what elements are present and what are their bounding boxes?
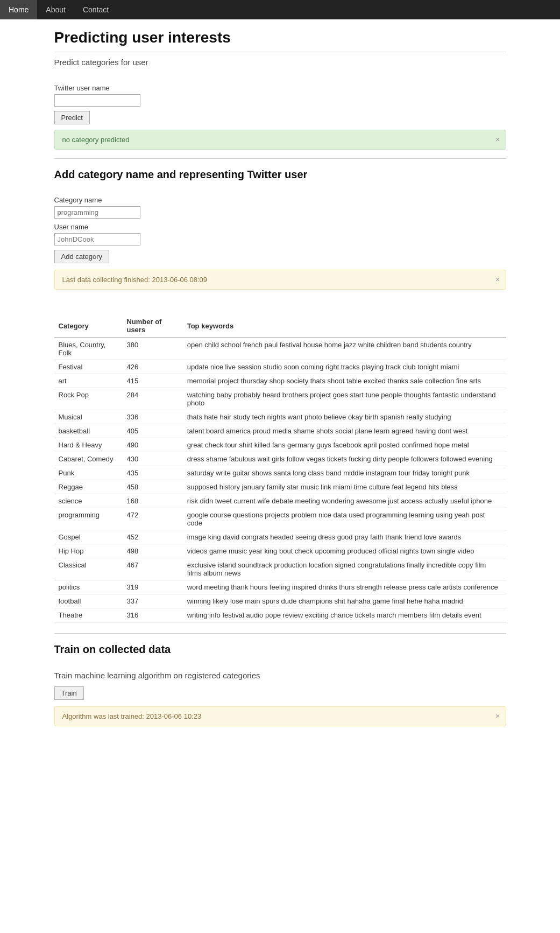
- table-body: Blues, Country, Folk380open child school…: [54, 338, 506, 622]
- add-category-alert-text: Last data collecting finished: 2013-06-0…: [62, 276, 208, 284]
- table-row: Cabaret, Comedy430dress shame fabulous w…: [54, 452, 506, 466]
- cell-users: 319: [122, 580, 182, 594]
- cell-category: Gospel: [54, 530, 123, 544]
- cell-users: 472: [122, 508, 182, 530]
- table-row: Classical467exclusive island soundtrack …: [54, 558, 506, 580]
- col-category: Category: [54, 314, 123, 338]
- add-category-alert: Last data collecting finished: 2013-06-0…: [54, 270, 506, 290]
- cell-keywords: dress shame fabulous wait girls follow v…: [183, 452, 506, 466]
- cell-keywords: google course questions projects problem…: [183, 508, 506, 530]
- table-row: football337winning likely lose main spur…: [54, 594, 506, 608]
- cell-category: Rock Pop: [54, 388, 123, 410]
- navigation: Home About Contact: [0, 0, 560, 19]
- page-content: Predicting user interests Predict catego…: [49, 19, 512, 740]
- cell-keywords: memorial project thursday shop society t…: [183, 374, 506, 388]
- cell-keywords: winning likely lose main spurs dude cham…: [183, 594, 506, 608]
- cell-users: 405: [122, 424, 182, 438]
- table-row: basketball405talent board america proud …: [54, 424, 506, 438]
- categories-table: Category Number of users Top keywords Bl…: [54, 314, 506, 622]
- train-subtitle: Train machine learning algorithm on regi…: [54, 671, 506, 680]
- cell-category: Musical: [54, 410, 123, 424]
- col-keywords: Top keywords: [183, 314, 506, 338]
- cell-category: Festival: [54, 360, 123, 374]
- train-title: Train on collected data: [54, 643, 506, 656]
- nav-about[interactable]: About: [37, 0, 74, 19]
- add-category-alert-close[interactable]: ×: [495, 275, 500, 284]
- username-input[interactable]: [54, 233, 140, 245]
- cell-keywords: open child school french paul festival h…: [183, 338, 506, 360]
- category-name-input[interactable]: [54, 206, 140, 219]
- cell-users: 415: [122, 374, 182, 388]
- cell-category: politics: [54, 580, 123, 594]
- predict-alert-text: no category predicted: [62, 136, 130, 144]
- cell-keywords: image king david congrats headed seeing …: [183, 530, 506, 544]
- cell-keywords: supposed history january family star mus…: [183, 480, 506, 494]
- table-row: Gospel452image king david congrats heade…: [54, 530, 506, 544]
- nav-home[interactable]: Home: [0, 0, 37, 19]
- cell-category: Theatre: [54, 608, 123, 622]
- cell-keywords: saturday write guitar shows santa long c…: [183, 466, 506, 480]
- username-label: User name: [54, 223, 506, 231]
- cell-users: 316: [122, 608, 182, 622]
- train-alert: Algorithm was last trained: 2013-06-06 1…: [54, 706, 506, 726]
- cell-category: programming: [54, 508, 123, 530]
- predict-subtitle: Predict categories for user: [54, 58, 506, 67]
- table-row: Theatre316writing info festival audio po…: [54, 608, 506, 622]
- cell-users: 458: [122, 480, 182, 494]
- add-category-section: Add category name and representing Twitt…: [54, 158, 506, 290]
- table-row: Reggae458supposed history january family…: [54, 480, 506, 494]
- cell-keywords: risk didn tweet current wife debate meet…: [183, 494, 506, 508]
- cell-users: 336: [122, 410, 182, 424]
- page-title: Predicting user interests: [54, 29, 506, 46]
- cell-keywords: writing info festival audio pope review …: [183, 608, 506, 622]
- cell-category: football: [54, 594, 123, 608]
- cell-keywords: exclusive island soundtrack production l…: [183, 558, 506, 580]
- predict-alert-close[interactable]: ×: [495, 135, 500, 144]
- cell-users: 337: [122, 594, 182, 608]
- cell-keywords: watching baby probably heard brothers pr…: [183, 388, 506, 410]
- category-name-label: Category name: [54, 196, 506, 204]
- train-button[interactable]: Train: [54, 686, 84, 700]
- twitter-input[interactable]: [54, 94, 140, 107]
- add-category-button[interactable]: Add category: [54, 250, 110, 263]
- cell-users: 490: [122, 438, 182, 452]
- cell-users: 452: [122, 530, 182, 544]
- predict-section: Predict categories for user Twitter user…: [54, 52, 506, 150]
- cell-users: 284: [122, 388, 182, 410]
- cell-keywords: thats hate hair study tech nights want p…: [183, 410, 506, 424]
- table-row: programming472google course questions pr…: [54, 508, 506, 530]
- table-row: Hip Hop498videos game music year king bo…: [54, 544, 506, 558]
- cell-category: Reggae: [54, 480, 123, 494]
- predict-alert: no category predicted ×: [54, 130, 506, 150]
- table-row: Hard & Heavy490great check tour shirt ki…: [54, 438, 506, 452]
- col-users: Number of users: [122, 314, 182, 338]
- cell-users: 467: [122, 558, 182, 580]
- train-alert-text: Algorithm was last trained: 2013-06-06 1…: [62, 712, 202, 720]
- cell-keywords: videos game music year king bout check u…: [183, 544, 506, 558]
- cell-category: Hip Hop: [54, 544, 123, 558]
- cell-users: 435: [122, 466, 182, 480]
- table-row: Punk435saturday write guitar shows santa…: [54, 466, 506, 480]
- cell-users: 498: [122, 544, 182, 558]
- cell-category: science: [54, 494, 123, 508]
- table-row: art415memorial project thursday shop soc…: [54, 374, 506, 388]
- add-category-title: Add category name and representing Twitt…: [54, 169, 506, 181]
- cell-keywords: update nice live session studio soon com…: [183, 360, 506, 374]
- cell-keywords: talent board america proud media shame s…: [183, 424, 506, 438]
- cell-category: Hard & Heavy: [54, 438, 123, 452]
- cell-category: basketball: [54, 424, 123, 438]
- nav-contact[interactable]: Contact: [74, 0, 117, 19]
- table-row: science168risk didn tweet current wife d…: [54, 494, 506, 508]
- cell-keywords: word meeting thank hours feeling inspire…: [183, 580, 506, 594]
- cell-keywords: great check tour shirt killed fans germa…: [183, 438, 506, 452]
- cell-users: 168: [122, 494, 182, 508]
- cell-users: 380: [122, 338, 182, 360]
- table-row: Blues, Country, Folk380open child school…: [54, 338, 506, 360]
- cell-category: Punk: [54, 466, 123, 480]
- predict-button[interactable]: Predict: [54, 111, 90, 124]
- train-alert-close[interactable]: ×: [495, 711, 500, 720]
- cell-category: Cabaret, Comedy: [54, 452, 123, 466]
- table-header: Category Number of users Top keywords: [54, 314, 506, 338]
- cell-users: 430: [122, 452, 182, 466]
- table-row: Musical336thats hate hair study tech nig…: [54, 410, 506, 424]
